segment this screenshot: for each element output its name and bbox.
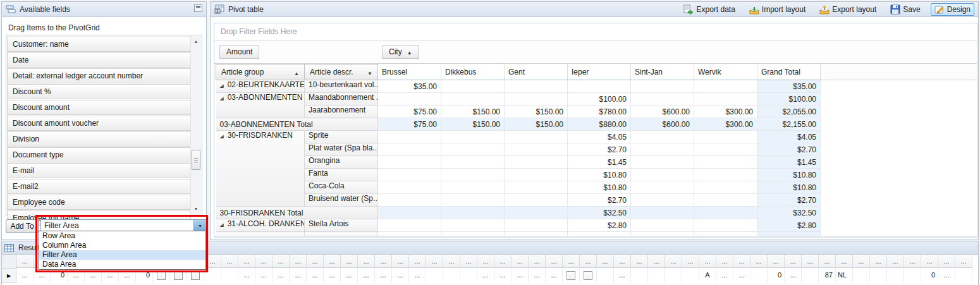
pivot-total-row: 30-FRISDRANKEN Total$32.50$32.50 bbox=[216, 207, 977, 219]
pivot-data-row: Coca-Cola$10.80$10.80 bbox=[216, 181, 977, 194]
checkbox[interactable] bbox=[174, 271, 183, 280]
expand-icon[interactable]: ◢ bbox=[220, 222, 224, 227]
results-column-header: ... bbox=[426, 255, 443, 268]
results-column-header: ... bbox=[733, 255, 750, 268]
combobox-value: Filter Area bbox=[44, 221, 79, 230]
field-item[interactable]: Date bbox=[7, 52, 191, 68]
checkbox[interactable] bbox=[584, 271, 592, 280]
results-cell: ... bbox=[546, 269, 563, 282]
results-column-header: ... bbox=[529, 255, 546, 268]
pivot-value-cell bbox=[441, 207, 505, 219]
results-cell: ... bbox=[119, 269, 136, 282]
pivot-data-row: Jaarabonnement$75.00$150.00$150.00$780.0… bbox=[216, 106, 977, 118]
pivot-value-cell: $2,055.00 bbox=[757, 106, 821, 118]
pivot-table-icon: Σ bbox=[214, 4, 225, 15]
field-item[interactable]: Employee code bbox=[7, 195, 191, 210]
pivot-value-cell: $150.00 bbox=[505, 106, 568, 118]
pivot-value-cell: $10.80 bbox=[568, 181, 631, 194]
row-header-description: Maandabonnement ... bbox=[305, 93, 378, 106]
checkbox[interactable] bbox=[157, 271, 166, 280]
pivot-value-cell: $2.70 bbox=[568, 143, 631, 156]
export-layout-label: Export layout bbox=[832, 5, 876, 14]
pivot-value-cell: $2.80 bbox=[757, 219, 821, 232]
row-field-article-descr-[interactable]: Article descr.▼ bbox=[305, 64, 378, 80]
pivot-value-cell: $2.70 bbox=[757, 143, 821, 156]
checkbox[interactable] bbox=[567, 271, 575, 280]
results-column-header: ... bbox=[955, 255, 972, 268]
collapse-button[interactable] bbox=[194, 4, 202, 14]
field-item[interactable]: E-mail2 bbox=[7, 179, 191, 194]
export-data-label: Export data bbox=[696, 5, 735, 14]
export-layout-button[interactable]: Export layout bbox=[816, 3, 880, 16]
add-to-button[interactable]: Add To bbox=[6, 219, 39, 233]
pivot-value-cell bbox=[505, 207, 568, 219]
results-column-header: ... bbox=[648, 255, 665, 268]
column-field-city[interactable]: City▲ bbox=[382, 45, 419, 59]
results-column-header: ... bbox=[580, 255, 597, 268]
pivot-data-row: ◢31-ALCOH. DRANKENStella Artois$2.80$2.8… bbox=[216, 219, 977, 232]
row-header-description: Coca-Cola bbox=[305, 181, 378, 194]
scrollbar-thumb[interactable] bbox=[192, 150, 200, 170]
pivot-header-area: Amount City▲ bbox=[214, 41, 977, 64]
pivot-data-row: ◢30-FRISDRANKENSprite$4.05$4.05 bbox=[216, 131, 977, 143]
results-cell bbox=[631, 269, 648, 282]
results-column-header: ... bbox=[546, 255, 563, 268]
pivot-filler-cell bbox=[821, 93, 977, 106]
pivot-value-cell bbox=[378, 194, 441, 207]
design-label: Design bbox=[947, 5, 971, 14]
results-column-header: ... bbox=[494, 255, 511, 268]
checkbox[interactable] bbox=[191, 271, 200, 280]
results-cell bbox=[853, 269, 870, 282]
fields-scrollbar[interactable]: ▲ ▼ bbox=[190, 36, 201, 215]
import-layout-button[interactable]: Import layout bbox=[745, 3, 809, 16]
pivot-value-cell bbox=[694, 169, 757, 181]
field-item[interactable]: Discount amount bbox=[7, 100, 191, 115]
expand-icon[interactable]: ◢ bbox=[220, 83, 224, 88]
horizontal-scrollbar[interactable] bbox=[214, 236, 977, 238]
row-indicator-icon: ▶ bbox=[2, 269, 16, 283]
pivot-value-cell: $4.05 bbox=[568, 131, 631, 143]
field-item[interactable]: Customer: name bbox=[7, 37, 191, 52]
dropdown-option-row-area[interactable]: Row Area bbox=[39, 231, 205, 241]
field-item[interactable]: E-mail bbox=[7, 163, 191, 178]
pivot-value-cell bbox=[441, 156, 505, 169]
design-button[interactable]: Design bbox=[931, 3, 974, 16]
export-data-button[interactable]: Export data bbox=[680, 3, 738, 16]
pivot-filler-cell bbox=[821, 80, 977, 93]
pivot-value-cell bbox=[631, 93, 694, 106]
results-cell: ... bbox=[273, 269, 290, 282]
pivot-value-cell: $300.00 bbox=[694, 118, 757, 131]
data-field-amount[interactable]: Amount bbox=[219, 45, 259, 59]
pivot-value-cell bbox=[441, 143, 505, 156]
save-button[interactable]: Save bbox=[886, 3, 924, 16]
field-item[interactable]: Division bbox=[7, 131, 191, 147]
column-header-filler bbox=[821, 64, 977, 80]
expand-icon[interactable]: ◢ bbox=[220, 133, 224, 138]
field-label: City bbox=[389, 47, 402, 56]
row-header-description: Sprite bbox=[305, 131, 378, 143]
row-header-group: ◢02-BEURTENKAARTEN bbox=[216, 80, 305, 93]
filter-drop-area[interactable]: Drop Filter Fields Here bbox=[214, 23, 977, 41]
field-item[interactable]: Discount amount voucher bbox=[7, 116, 191, 131]
pivot-value-cell: $600.00 bbox=[631, 118, 694, 131]
field-item[interactable]: Document type bbox=[7, 147, 191, 162]
row-field-article-group[interactable]: Article group▲ bbox=[216, 64, 305, 80]
results-column-header: ... bbox=[631, 255, 648, 268]
dropdown-option-data-area[interactable]: Data Area bbox=[39, 260, 205, 269]
dropdown-option-filter-area[interactable]: Filter Area bbox=[39, 250, 205, 260]
pivot-value-cell: $32.50 bbox=[757, 207, 821, 219]
field-item[interactable]: Detail: external ledger account number bbox=[7, 68, 191, 83]
pivot-total-row: 03-ABONNEMENTEN Total$75.00$150.00$150.0… bbox=[216, 118, 977, 131]
expand-icon[interactable]: ◢ bbox=[220, 95, 224, 100]
results-cell bbox=[426, 269, 443, 282]
field-item[interactable]: Discount % bbox=[7, 84, 191, 99]
results-cell bbox=[597, 269, 614, 282]
results-column-header: ... bbox=[238, 255, 255, 268]
dropdown-option-column-area[interactable]: Column Area bbox=[39, 241, 205, 250]
scroll-down-icon[interactable]: ▼ bbox=[191, 205, 201, 214]
pivot-value-cell bbox=[378, 156, 441, 169]
pivot-data-row: Plat water (Spa bla...$2.70$2.70 bbox=[216, 143, 977, 156]
chevron-down-icon: ▼ bbox=[198, 224, 202, 228]
scroll-up-icon[interactable]: ▲ bbox=[191, 37, 201, 46]
row-header-description: Bruisend water (Sp... bbox=[305, 194, 378, 207]
